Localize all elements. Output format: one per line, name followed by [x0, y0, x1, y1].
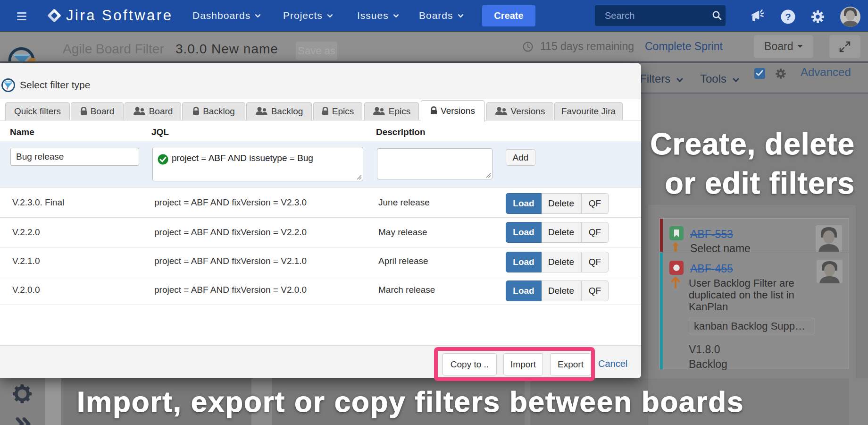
svg-text:?: ? [785, 12, 791, 22]
